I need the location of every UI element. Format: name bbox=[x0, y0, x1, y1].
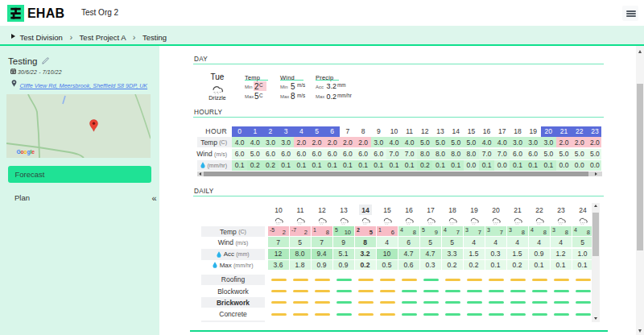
svg-text:Google: Google bbox=[17, 149, 35, 155]
